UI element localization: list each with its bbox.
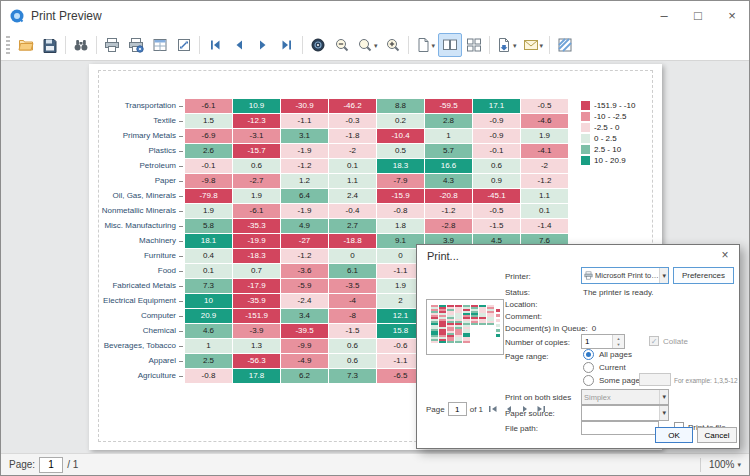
both-sides-select[interactable]: Simplex ▾ [581, 389, 669, 405]
preferences-button[interactable]: Preferences [673, 267, 734, 284]
chevron-down-icon[interactable]: ▾ [659, 390, 668, 404]
heatmap-cell: -3.1 [233, 129, 280, 143]
paper-source-select[interactable]: ▾ [581, 405, 669, 421]
ok-button[interactable]: OK [655, 427, 693, 443]
next-page-button[interactable] [251, 33, 275, 57]
heatmap-cell: -46.2 [329, 99, 376, 113]
page-range-example-hint: For example: 1,3,5-12 [674, 377, 738, 384]
multiple-pages-button[interactable] [462, 33, 486, 57]
heatmap-cell: -35.3 [233, 219, 280, 233]
chevron-down-icon[interactable]: ▾ [659, 406, 668, 420]
toolbar-separator [489, 36, 490, 54]
statusbar-page-input[interactable] [39, 457, 63, 473]
facing-pages-button[interactable] [438, 33, 462, 57]
first-page-icon [488, 404, 498, 414]
heatmap-cell: -3.9 [233, 324, 280, 338]
some-pages-input[interactable] [639, 373, 671, 386]
heatmap-cell: -6.1 [185, 99, 232, 113]
minimize-button[interactable]: – [647, 1, 681, 30]
heatmap-row-label: Paper [92, 174, 184, 188]
status-value: The printer is ready. [583, 288, 654, 297]
heatmap-cell: -1.5 [473, 219, 520, 233]
zoom-in-button[interactable] [381, 33, 405, 57]
dialog-first-page-button[interactable] [486, 403, 499, 416]
heatmap-cell: 0.6 [473, 159, 520, 173]
heatmap-cell: 4.6 [185, 324, 232, 338]
heatmap-cell: -2.7 [233, 174, 280, 188]
heatmap-cell: 6.2 [281, 369, 328, 383]
heatmap-cell: 7.3 [329, 369, 376, 383]
copies-input[interactable] [582, 335, 612, 348]
copies-stepper[interactable]: ▲ ▼ [581, 334, 625, 349]
page-setup-icon [128, 37, 144, 53]
heatmap-cell: 6.4 [281, 189, 328, 203]
file-path-input[interactable] [581, 421, 659, 435]
dialog-preview-thumbnail [426, 299, 504, 355]
heatmap-row-label: Primary Metals [92, 129, 184, 143]
heatmap-cell: 0.4 [185, 249, 232, 263]
spin-down-icon[interactable]: ▼ [613, 342, 624, 349]
scale-button[interactable] [172, 33, 196, 57]
heatmap-cell: 0.9 [473, 174, 520, 188]
toolbar-grip[interactable] [6, 36, 10, 54]
cancel-button[interactable]: Cancel [697, 427, 737, 443]
chevron-down-icon[interactable]: ▾ [737, 461, 741, 468]
toolbar: ▾ ▾ ▾ ▾ [1, 30, 749, 61]
heatmap-cell: -4.1 [521, 144, 568, 158]
zoom-out-button[interactable] [330, 33, 354, 57]
page-layout-dropdown[interactable]: ▾ [412, 33, 439, 57]
dialog-close-button[interactable]: × [718, 248, 732, 262]
heatmap-cell: 0.1 [329, 159, 376, 173]
header-footer-button[interactable] [148, 33, 172, 57]
search-button[interactable] [69, 33, 93, 57]
copies-spin-buttons: ▲ ▼ [612, 335, 624, 348]
heatmap-cell: -9.9 [281, 339, 328, 353]
save-button[interactable] [38, 33, 62, 57]
heatmap-row-label: Food [92, 264, 184, 278]
printer-select[interactable]: Microsoft Print to PDF ▾ [581, 267, 669, 284]
toolbar-separator [199, 36, 200, 54]
print-button[interactable] [100, 33, 124, 57]
comment-label: Comment: [505, 312, 542, 321]
heatmap-cell: -20.8 [425, 189, 472, 203]
heatmap-cell: 1.9 [185, 204, 232, 218]
heatmap-cell: -1.9 [281, 204, 328, 218]
heatmap-cell: -0.5 [473, 204, 520, 218]
export-document-dropdown[interactable]: ▾ [493, 33, 520, 57]
zoom-level-icon [357, 37, 373, 53]
heatmap-cell: -1.9 [281, 144, 328, 158]
zoom-level-dropdown[interactable]: ▾ [354, 33, 381, 57]
legend-swatch [581, 134, 590, 143]
current-page-radio[interactable] [583, 362, 594, 373]
all-pages-radio[interactable] [583, 349, 594, 360]
heatmap-cell: -56.3 [233, 354, 280, 368]
heatmap-cell: -4.9 [281, 354, 328, 368]
heatmap-cell: 0.6 [329, 354, 376, 368]
some-pages-radio[interactable] [583, 375, 594, 386]
collate-checkbox[interactable]: ✓ [649, 336, 659, 346]
heatmap-cell: 2.5 [185, 354, 232, 368]
heatmap-cell: -2 [329, 144, 376, 158]
maximize-button[interactable]: □ [681, 1, 715, 30]
all-pages-label: All pages [599, 350, 632, 359]
statusbar-page-label: Page: [9, 459, 35, 470]
chevron-down-icon[interactable]: ▾ [659, 268, 668, 283]
last-page-button[interactable] [275, 33, 299, 57]
previous-page-button[interactable] [227, 33, 251, 57]
send-email-dropdown[interactable]: ▾ [520, 33, 547, 57]
close-button[interactable]: × [715, 1, 749, 30]
some-pages-option: Some pages [583, 375, 644, 386]
page-setup-button[interactable] [124, 33, 148, 57]
queue-row: Document(s) in Queue: 0 [505, 324, 596, 333]
first-page-button[interactable] [203, 33, 227, 57]
chevron-down-icon: ▾ [374, 42, 378, 49]
search-icon [73, 37, 89, 53]
open-button[interactable] [14, 33, 38, 57]
heatmap-cell: 0.1 [521, 204, 568, 218]
heatmap-row-label: Petroleum [92, 159, 184, 173]
dialog-page-input[interactable] [448, 402, 467, 416]
watermark-button[interactable] [553, 33, 577, 57]
heatmap-cell: 10.9 [233, 99, 280, 113]
magnifier-button[interactable] [306, 33, 330, 57]
heatmap-cell: -17.9 [233, 279, 280, 293]
